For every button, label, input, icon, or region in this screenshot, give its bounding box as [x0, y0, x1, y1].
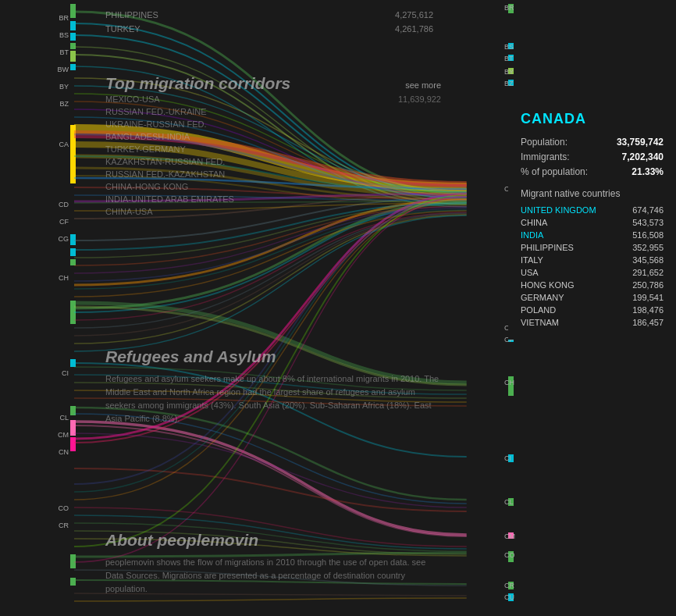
immigrants-value: 7,202,340	[622, 151, 664, 162]
migrant-value: 543,573	[632, 218, 664, 227]
corridor-turkey-germany: TURKEY-GERMANY	[105, 143, 441, 155]
migration-title: Top migration corridors	[105, 74, 441, 93]
migrant-value: 291,652	[632, 268, 664, 277]
population-value: 33,759,742	[617, 137, 664, 148]
corridor-china-hongkong: CHINA-HONG KONG	[105, 180, 441, 193]
migrant-row: VIETNAM186,457	[521, 318, 664, 327]
migrant-row: INDIA516,508	[521, 230, 664, 240]
left-code-cn: CN	[48, 443, 72, 461]
about-section: About peoplemovin peoplemovin shows the …	[105, 531, 445, 596]
migrant-country: HONG KONG	[521, 280, 574, 290]
migrant-country: USA	[521, 268, 539, 277]
left-code-bs: BS	[48, 27, 72, 44]
migrant-list: UNITED KINGDOM674,746CHINA543,573INDIA51…	[521, 205, 664, 327]
refugees-title: Refugees and Asylum	[105, 347, 445, 366]
migrant-value: 352,955	[632, 243, 664, 252]
migrant-value: 199,541	[632, 293, 664, 302]
migration-header: Top migration corridors see more	[105, 74, 441, 93]
corridor-mexico-usa: MEXICO-USA 11,639,922	[105, 93, 441, 105]
left-code-ci: CI	[48, 365, 72, 382]
refugees-section: Refugees and Asylum Refugees and asylum …	[105, 347, 445, 426]
corridor-item-turkey: TURKEY 4,261,786	[105, 22, 433, 36]
corridor-name-mexico-usa: MEXICO-USA	[105, 94, 160, 104]
left-code-by: BY	[48, 78, 72, 95]
migrant-value: 198,476	[632, 305, 664, 315]
migrant-country: UNITED KINGDOM	[521, 205, 596, 215]
migrant-country: ITALY	[521, 255, 543, 265]
pct-value: 21.33%	[632, 166, 664, 177]
corridor-value-mexico-usa: 11,639,922	[398, 94, 441, 104]
corridor-kazakhstan-russia: KAZAKHSTAN-RUSSIAN FED.	[105, 155, 441, 168]
migrant-row: CHINA543,573	[521, 218, 664, 227]
migrant-row: HONG KONG250,786	[521, 280, 664, 290]
population-row: Population: 33,759,742	[521, 137, 664, 148]
migrant-value: 186,457	[632, 318, 664, 327]
migrant-country: VIETNAM	[521, 318, 559, 327]
corridor-russia-ukraine: RUSSIAN FED.-UKRAINE	[105, 105, 441, 118]
info-panel: CANADA Population: 33,759,742 Immigrants…	[508, 101, 676, 340]
migrant-row: GERMANY199,541	[521, 293, 664, 302]
corridor-top-items: PHILIPPINES 4,275,612 TURKEY 4,261,786	[105, 8, 433, 36]
left-code-cl: CL	[48, 409, 72, 426]
left-code-ca: CA	[48, 136, 72, 153]
migrant-country: CHINA	[521, 218, 547, 227]
migrant-native-label: Migrant native countries	[521, 188, 664, 199]
corridor-india-uae: INDIA-UNITED ARAB EMIRATES	[105, 193, 441, 205]
corridor-name-philippines: PHILIPPINES	[105, 10, 158, 20]
population-label: Population:	[521, 137, 567, 148]
left-code-cr: CR	[48, 517, 72, 534]
corridor-list: MEXICO-USA 11,639,922 RUSSIAN FED.-UKRAI…	[105, 93, 441, 218]
migrant-row: UNITED KINGDOM674,746	[521, 205, 664, 215]
immigrants-row: Immigrants: 7,202,340	[521, 151, 664, 162]
corridor-ukraine-russia: UKRAINE-RUSSIAN FED.	[105, 118, 441, 130]
migrant-row: USA291,652	[521, 268, 664, 277]
refugees-body: Refugees and asylum seekers make up abou…	[105, 372, 445, 426]
corridor-item-philippines: PHILIPPINES 4,275,612	[105, 8, 433, 22]
migrant-value: 250,786	[632, 280, 664, 290]
migrant-value: 674,746	[632, 205, 664, 215]
corridor-name-turkey: TURKEY	[105, 24, 141, 34]
pct-row: % of population: 21.33%	[521, 166, 664, 177]
corridor-china-usa: CHINA-USA	[105, 205, 441, 218]
migrant-country: INDIA	[521, 230, 543, 240]
migrant-value: 516,508	[632, 230, 664, 240]
see-more-link[interactable]: see more	[405, 80, 441, 90]
migrant-row: PHILIPPINES352,955	[521, 243, 664, 252]
country-title: CANADA	[521, 111, 664, 127]
corridor-bangladesh-india: BANGLADESH-INDIA	[105, 130, 441, 143]
migrant-country: POLAND	[521, 305, 556, 315]
migrant-country: GERMANY	[521, 293, 564, 302]
about-title: About peoplemovin	[105, 531, 445, 550]
left-code-cf: CF	[48, 213, 72, 230]
left-sidebar: BR BS BT BW BY BZ CA CD CF CG CH CI CL C…	[48, 0, 72, 616]
corridor-value-turkey: 4,261,786	[395, 24, 433, 34]
immigrants-label: Immigrants:	[521, 151, 570, 162]
about-body: peoplemovin shows the flow of migrations…	[105, 556, 445, 596]
left-code-cg: CG	[48, 230, 72, 247]
corridor-value-philippines: 4,275,612	[395, 10, 433, 20]
pct-label: % of population:	[521, 166, 588, 177]
left-code-co: CO	[48, 500, 72, 517]
migrant-value: 345,568	[632, 255, 664, 265]
left-code-cd: CD	[48, 196, 72, 213]
migrant-row: ITALY345,568	[521, 255, 664, 265]
migrant-country: PHILIPPINES	[521, 243, 574, 252]
corridor-russia-kazakhstan: RUSSIAN FED.-KAZAKHSTAN	[105, 168, 441, 180]
left-code-bz: BZ	[48, 95, 72, 112]
left-code-bt: BT	[48, 44, 72, 61]
left-code-cm: CM	[48, 426, 72, 443]
migrant-row: POLAND198,476	[521, 305, 664, 315]
left-code-bw: BW	[48, 61, 72, 78]
left-code-ch: CH	[48, 269, 72, 287]
left-code-br: BR	[48, 9, 72, 27]
migration-section: Top migration corridors see more MEXICO-…	[105, 74, 441, 218]
